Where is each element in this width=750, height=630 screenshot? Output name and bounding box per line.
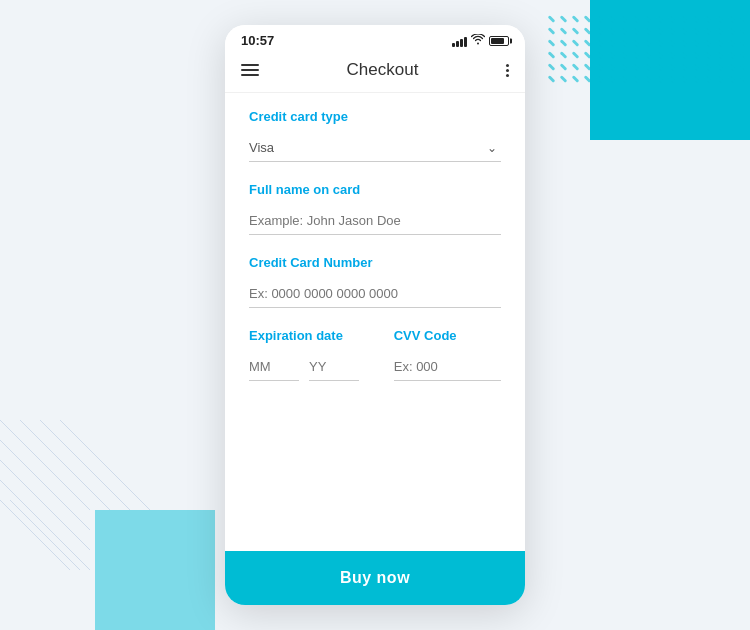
hamburger-menu-button[interactable]: [241, 64, 259, 76]
svg-line-7: [40, 420, 130, 510]
wifi-icon: [471, 34, 485, 47]
bg-bottom-left-teal-block: [95, 510, 215, 630]
card-number-input[interactable]: [249, 280, 501, 308]
expiry-section: Expiration date: [249, 328, 378, 381]
cvv-section: CVV Code: [394, 328, 501, 381]
more-options-button[interactable]: [506, 64, 509, 77]
svg-line-0: [0, 420, 90, 510]
page-title: Checkout: [347, 60, 419, 80]
hamburger-line-2: [241, 69, 259, 71]
full-name-input[interactable]: [249, 207, 501, 235]
expiry-mm-input[interactable]: [249, 353, 299, 381]
card-number-label: Credit Card Number: [249, 255, 501, 270]
checkout-form: Credit card type Visa Mastercard America…: [225, 93, 525, 551]
full-name-field-group: Full name on card: [249, 182, 501, 235]
signal-icon: [452, 35, 467, 47]
status-icons: [452, 34, 509, 47]
more-dot-3: [506, 74, 509, 77]
expiry-label: Expiration date: [249, 328, 378, 343]
more-dot-2: [506, 69, 509, 72]
app-bar: Checkout: [225, 52, 525, 93]
card-type-select[interactable]: Visa Mastercard American Express: [249, 134, 501, 162]
battery-icon: [489, 36, 509, 46]
hamburger-line-3: [241, 74, 259, 76]
svg-line-8: [60, 420, 150, 510]
card-type-select-wrapper: Visa Mastercard American Express ⌄: [249, 134, 501, 162]
more-dot-1: [506, 64, 509, 67]
phone-container: 10:57: [225, 25, 525, 605]
svg-line-1: [0, 440, 90, 530]
card-type-field-group: Credit card type Visa Mastercard America…: [249, 109, 501, 162]
svg-line-6: [20, 420, 110, 510]
cvv-label: CVV Code: [394, 328, 501, 343]
status-bar: 10:57: [225, 25, 525, 52]
svg-line-3: [0, 480, 90, 570]
buy-now-button[interactable]: Buy now: [225, 551, 525, 605]
cvv-input[interactable]: [394, 353, 501, 381]
hamburger-line-1: [241, 64, 259, 66]
expiry-yy-input[interactable]: [309, 353, 359, 381]
card-number-field-group: Credit Card Number: [249, 255, 501, 308]
svg-line-2: [0, 460, 90, 550]
status-time: 10:57: [241, 33, 274, 48]
card-type-label: Credit card type: [249, 109, 501, 124]
expiry-cvv-row: Expiration date CVV Code: [249, 328, 501, 381]
expiry-inputs: [249, 353, 378, 381]
bg-dots-pattern: [545, 10, 745, 230]
full-name-label: Full name on card: [249, 182, 501, 197]
svg-line-5: [0, 500, 80, 570]
